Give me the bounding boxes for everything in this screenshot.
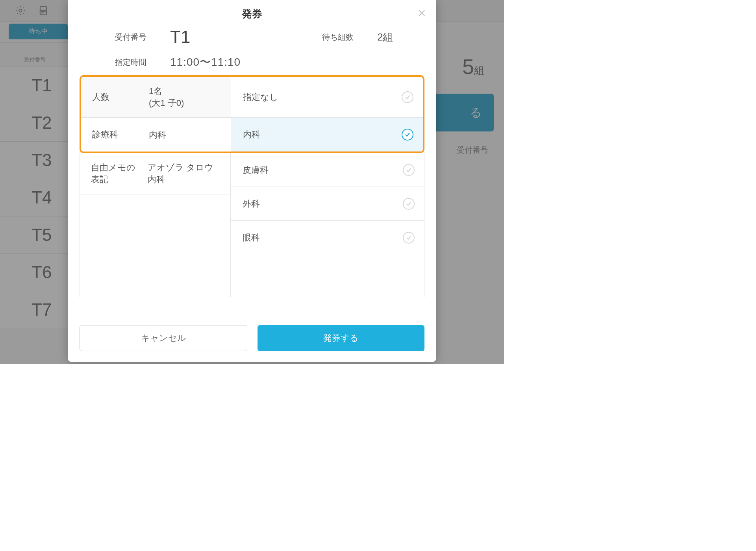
waiting-groups-value: 2組 bbox=[377, 30, 424, 44]
radio-icon bbox=[403, 198, 415, 210]
memo-label: 自由メモの表記 bbox=[91, 162, 138, 185]
radio-icon bbox=[402, 129, 413, 141]
left-empty bbox=[80, 194, 231, 297]
people-field[interactable]: 人数 1名 (大1 子0) bbox=[81, 77, 231, 118]
department-value: 内科 bbox=[149, 129, 166, 141]
department-field[interactable]: 診療科 内科 bbox=[81, 118, 231, 152]
submit-button[interactable]: 発券する bbox=[258, 325, 424, 351]
time-value: 11:00〜11:10 bbox=[170, 55, 424, 70]
option-geka[interactable]: 外科 bbox=[231, 187, 424, 221]
option-label: 内科 bbox=[243, 129, 260, 141]
time-label: 指定時間 bbox=[115, 57, 170, 68]
ticket-number-label: 受付番号 bbox=[115, 32, 170, 43]
radio-icon bbox=[403, 164, 415, 176]
department-label: 診療科 bbox=[92, 129, 139, 141]
option-naika[interactable]: 内科 bbox=[231, 118, 423, 152]
highlighted-fields: 人数 1名 (大1 子0) 指定なし 診療科 内科 内科 bbox=[80, 75, 424, 153]
radio-icon bbox=[403, 232, 415, 244]
fields-below: 自由メモの表記 アオゾラ タロウ 内科 皮膚科 外科 bbox=[80, 153, 424, 297]
modal-header: 発券 bbox=[68, 0, 436, 25]
ticket-number-value: T1 bbox=[170, 27, 322, 47]
people-value: 1名 (大1 子0) bbox=[149, 85, 184, 109]
option-label: 皮膚科 bbox=[243, 164, 269, 176]
close-icon[interactable] bbox=[416, 7, 428, 19]
memo-value: アオゾラ タロウ 内科 bbox=[148, 162, 213, 185]
cancel-button[interactable]: キャンセル bbox=[80, 325, 247, 351]
option-none[interactable]: 指定なし bbox=[231, 77, 423, 118]
ticket-summary: 受付番号 T1 待ち組数 2組 指定時間 11:00〜11:10 bbox=[68, 25, 436, 74]
radio-icon bbox=[402, 91, 413, 103]
waiting-groups-label: 待ち組数 bbox=[322, 32, 377, 43]
modal-title: 発券 bbox=[68, 7, 436, 21]
people-label: 人数 bbox=[92, 91, 139, 103]
issue-ticket-modal: 発券 受付番号 T1 待ち組数 2組 指定時間 11:00〜11:10 人数 1… bbox=[68, 0, 436, 362]
memo-field[interactable]: 自由メモの表記 アオゾラ タロウ 内科 bbox=[80, 153, 231, 194]
option-ganka[interactable]: 眼科 bbox=[231, 221, 424, 255]
option-label: 外科 bbox=[243, 198, 260, 210]
option-label: 指定なし bbox=[243, 91, 278, 103]
modal-footer: キャンセル 発券する bbox=[68, 316, 436, 362]
option-label: 眼科 bbox=[243, 232, 260, 244]
option-hifuka[interactable]: 皮膚科 bbox=[231, 153, 424, 187]
